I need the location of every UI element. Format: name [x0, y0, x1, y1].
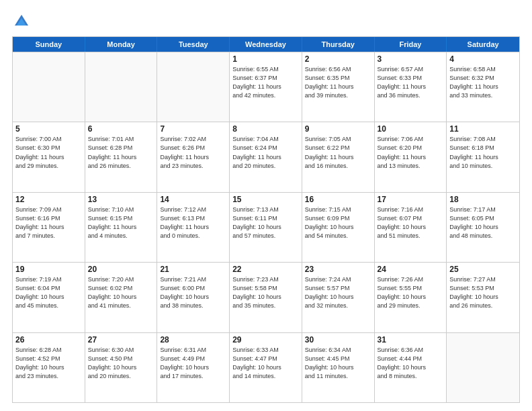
calendar-cell: 11Sunrise: 7:08 AMSunset: 6:18 PMDayligh…	[447, 122, 519, 191]
day-number: 9	[305, 124, 371, 134]
calendar-cell: 22Sunrise: 7:23 AMSunset: 5:58 PMDayligh…	[230, 263, 302, 332]
day-info: Sunrise: 7:05 AMSunset: 6:22 PMDaylight:…	[305, 135, 371, 170]
calendar-cell: 19Sunrise: 7:19 AMSunset: 6:04 PMDayligh…	[13, 263, 85, 332]
day-number: 15	[232, 195, 299, 204]
day-info: Sunrise: 7:15 AMSunset: 6:09 PMDaylight:…	[305, 205, 371, 240]
day-number: 22	[232, 265, 299, 274]
calendar-cell: 18Sunrise: 7:17 AMSunset: 6:05 PMDayligh…	[447, 193, 519, 262]
calendar: SundayMondayTuesdayWednesdayThursdayFrid…	[12, 36, 520, 403]
day-info: Sunrise: 6:56 AMSunset: 6:35 PMDaylight:…	[305, 65, 371, 100]
calendar-header: SundayMondayTuesdayWednesdayThursdayFrid…	[13, 37, 519, 52]
calendar-cell: 8Sunrise: 7:04 AMSunset: 6:24 PMDaylight…	[230, 122, 302, 191]
calendar-cell: 10Sunrise: 7:06 AMSunset: 6:20 PMDayligh…	[375, 122, 447, 191]
day-info: Sunrise: 6:58 AMSunset: 6:32 PMDaylight:…	[449, 65, 517, 100]
day-number: 17	[378, 195, 444, 204]
day-number: 7	[160, 124, 226, 134]
day-info: Sunrise: 7:13 AMSunset: 6:11 PMDaylight:…	[232, 205, 299, 240]
day-info: Sunrise: 6:28 AMSunset: 4:52 PMDaylight:…	[15, 346, 82, 381]
day-number: 2	[305, 54, 371, 64]
day-number: 16	[305, 195, 371, 204]
calendar-week: 19Sunrise: 7:19 AMSunset: 6:04 PMDayligh…	[13, 262, 519, 332]
calendar-cell: 9Sunrise: 7:05 AMSunset: 6:22 PMDaylight…	[302, 122, 375, 191]
day-info: Sunrise: 7:04 AMSunset: 6:24 PMDaylight:…	[232, 135, 299, 170]
calendar-cell: 4Sunrise: 6:58 AMSunset: 6:32 PMDaylight…	[447, 52, 519, 122]
day-number: 5	[15, 124, 82, 134]
day-info: Sunrise: 6:36 AMSunset: 4:44 PMDaylight:…	[378, 346, 444, 381]
logo	[12, 12, 34, 31]
day-number: 31	[378, 335, 444, 345]
weekday-header: Sunday	[13, 37, 85, 52]
day-number: 21	[160, 265, 226, 274]
weekday-header: Wednesday	[230, 37, 302, 52]
day-info: Sunrise: 7:12 AMSunset: 6:13 PMDaylight:…	[160, 205, 226, 240]
day-info: Sunrise: 7:01 AMSunset: 6:28 PMDaylight:…	[88, 135, 154, 170]
day-number: 23	[305, 265, 371, 274]
calendar-cell: 16Sunrise: 7:15 AMSunset: 6:09 PMDayligh…	[302, 193, 375, 262]
calendar-cell: 25Sunrise: 7:27 AMSunset: 5:53 PMDayligh…	[447, 263, 519, 332]
calendar-cell: 26Sunrise: 6:28 AMSunset: 4:52 PMDayligh…	[13, 333, 85, 402]
day-info: Sunrise: 7:27 AMSunset: 5:53 PMDaylight:…	[449, 275, 517, 310]
day-number: 25	[449, 265, 517, 274]
calendar-cell: 28Sunrise: 6:31 AMSunset: 4:49 PMDayligh…	[157, 333, 230, 402]
day-number: 18	[449, 195, 517, 204]
logo-icon	[12, 12, 31, 31]
calendar-cell: 20Sunrise: 7:20 AMSunset: 6:02 PMDayligh…	[85, 263, 158, 332]
calendar-cell: 6Sunrise: 7:01 AMSunset: 6:28 PMDaylight…	[85, 122, 158, 191]
weekday-header: Saturday	[447, 37, 519, 52]
day-number: 4	[449, 54, 517, 64]
day-info: Sunrise: 6:57 AMSunset: 6:33 PMDaylight:…	[378, 65, 444, 100]
day-number: 6	[88, 124, 154, 134]
calendar-cell: 13Sunrise: 7:10 AMSunset: 6:15 PMDayligh…	[85, 193, 158, 262]
calendar-cell: 15Sunrise: 7:13 AMSunset: 6:11 PMDayligh…	[230, 193, 302, 262]
day-info: Sunrise: 7:21 AMSunset: 6:00 PMDaylight:…	[160, 275, 226, 310]
day-info: Sunrise: 6:33 AMSunset: 4:47 PMDaylight:…	[232, 346, 299, 381]
calendar-cell	[157, 52, 230, 122]
day-info: Sunrise: 7:16 AMSunset: 6:07 PMDaylight:…	[378, 205, 444, 240]
day-info: Sunrise: 7:20 AMSunset: 6:02 PMDaylight:…	[88, 275, 154, 310]
weekday-header: Tuesday	[157, 37, 230, 52]
calendar-cell: 30Sunrise: 6:34 AMSunset: 4:45 PMDayligh…	[302, 333, 375, 402]
day-number: 11	[449, 124, 517, 134]
calendar-cell: 29Sunrise: 6:33 AMSunset: 4:47 PMDayligh…	[230, 333, 302, 402]
page-header	[12, 12, 520, 31]
day-number: 1	[232, 54, 299, 64]
day-number: 28	[160, 335, 226, 345]
day-number: 24	[378, 265, 444, 274]
calendar-cell: 21Sunrise: 7:21 AMSunset: 6:00 PMDayligh…	[157, 263, 230, 332]
calendar-cell: 2Sunrise: 6:56 AMSunset: 6:35 PMDaylight…	[302, 52, 375, 122]
day-info: Sunrise: 7:24 AMSunset: 5:57 PMDaylight:…	[305, 275, 371, 310]
day-number: 13	[88, 195, 154, 204]
calendar-cell: 23Sunrise: 7:24 AMSunset: 5:57 PMDayligh…	[302, 263, 375, 332]
day-number: 30	[305, 335, 371, 345]
day-info: Sunrise: 7:26 AMSunset: 5:55 PMDaylight:…	[378, 275, 444, 310]
weekday-header: Monday	[85, 37, 158, 52]
calendar-cell: 5Sunrise: 7:00 AMSunset: 6:30 PMDaylight…	[13, 122, 85, 191]
calendar-cell	[447, 333, 519, 402]
calendar-body: 1Sunrise: 6:55 AMSunset: 6:37 PMDaylight…	[13, 52, 519, 402]
day-info: Sunrise: 7:23 AMSunset: 5:58 PMDaylight:…	[232, 275, 299, 310]
weekday-header: Friday	[375, 37, 447, 52]
calendar-cell: 14Sunrise: 7:12 AMSunset: 6:13 PMDayligh…	[157, 193, 230, 262]
calendar-cell: 3Sunrise: 6:57 AMSunset: 6:33 PMDaylight…	[375, 52, 447, 122]
calendar-cell	[85, 52, 158, 122]
day-info: Sunrise: 7:10 AMSunset: 6:15 PMDaylight:…	[88, 205, 154, 240]
day-info: Sunrise: 7:02 AMSunset: 6:26 PMDaylight:…	[160, 135, 226, 170]
day-number: 20	[88, 265, 154, 274]
calendar-week: 5Sunrise: 7:00 AMSunset: 6:30 PMDaylight…	[13, 122, 519, 191]
day-info: Sunrise: 7:06 AMSunset: 6:20 PMDaylight:…	[378, 135, 444, 170]
day-info: Sunrise: 6:34 AMSunset: 4:45 PMDaylight:…	[305, 346, 371, 381]
calendar-cell: 17Sunrise: 7:16 AMSunset: 6:07 PMDayligh…	[375, 193, 447, 262]
calendar-week: 1Sunrise: 6:55 AMSunset: 6:37 PMDaylight…	[13, 52, 519, 122]
day-number: 14	[160, 195, 226, 204]
day-number: 12	[15, 195, 82, 204]
day-number: 10	[378, 124, 444, 134]
day-info: Sunrise: 6:31 AMSunset: 4:49 PMDaylight:…	[160, 346, 226, 381]
calendar-cell: 31Sunrise: 6:36 AMSunset: 4:44 PMDayligh…	[375, 333, 447, 402]
calendar-cell: 1Sunrise: 6:55 AMSunset: 6:37 PMDaylight…	[230, 52, 302, 122]
calendar-cell: 7Sunrise: 7:02 AMSunset: 6:26 PMDaylight…	[157, 122, 230, 191]
day-number: 27	[88, 335, 154, 345]
calendar-cell: 24Sunrise: 7:26 AMSunset: 5:55 PMDayligh…	[375, 263, 447, 332]
weekday-header: Thursday	[302, 37, 375, 52]
calendar-cell: 27Sunrise: 6:30 AMSunset: 4:50 PMDayligh…	[85, 333, 158, 402]
day-number: 19	[15, 265, 82, 274]
